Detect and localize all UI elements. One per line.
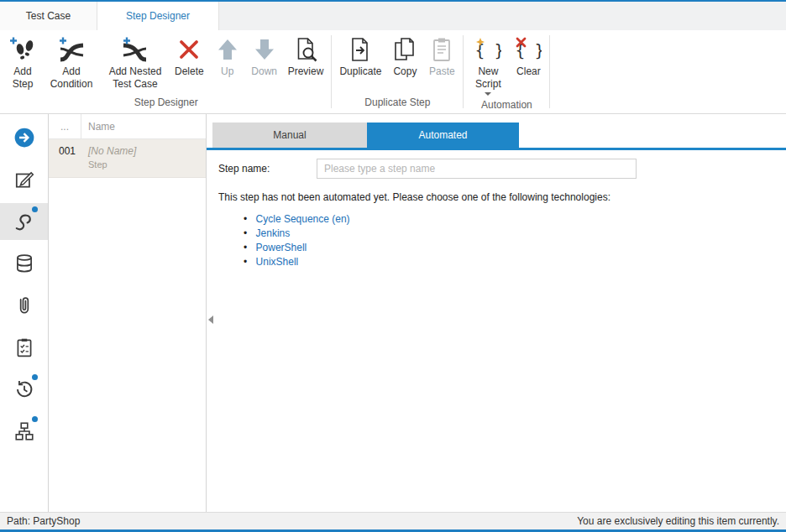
delete-button[interactable]: Delete	[170, 34, 209, 80]
tech-link-powershell[interactable]: PowerShell	[256, 242, 307, 253]
new-script-dropdown-caret[interactable]	[485, 92, 491, 96]
notification-dot	[32, 416, 38, 422]
clear-icon: { }	[515, 36, 542, 63]
svg-text:{ }: { }	[475, 41, 501, 60]
duplicate-button[interactable]: Duplicate	[334, 34, 386, 80]
add-nested-test-case-icon	[122, 36, 149, 63]
ribbon-group-automation: { } New Script { } Clear	[464, 30, 548, 113]
list-item: Jenkins	[244, 227, 786, 241]
sitemap-icon	[13, 420, 35, 442]
ribbon-separator	[549, 35, 550, 108]
database-icon	[13, 253, 35, 274]
duplicate-icon	[347, 36, 374, 63]
tab-accent-underline	[207, 148, 786, 150]
ribbon: Add Step Add Condition	[0, 30, 786, 114]
sidebar-item-steps[interactable]	[0, 203, 48, 240]
collapse-panel-arrow[interactable]	[208, 316, 213, 324]
sidebar-item-attachments[interactable]	[0, 287, 48, 324]
preview-icon	[292, 36, 319, 63]
sidebar-item-history[interactable]	[0, 371, 48, 408]
add-step-icon	[9, 36, 36, 63]
arrow-circle-icon	[13, 127, 35, 149]
history-icon	[13, 378, 35, 400]
new-script-icon: { }	[474, 36, 501, 63]
add-step-button[interactable]: Add Step	[3, 34, 42, 92]
ribbon-group-step-designer: Add Step Add Condition	[2, 30, 330, 113]
technology-link-list: Cycle Sequence (en) Jenkins PowerShell U…	[244, 212, 786, 269]
sidebar	[0, 114, 49, 512]
status-editing-message: You are exclusively editing this item cu…	[577, 515, 779, 527]
tech-link-jenkins[interactable]: Jenkins	[256, 227, 291, 239]
checklist-icon	[13, 336, 35, 358]
step-list-panel: ... Name 001 [No Name] Step	[49, 114, 207, 512]
list-item: PowerShell	[244, 241, 786, 255]
app-window: Test Case Step Designer	[0, 0, 786, 532]
tab-test-case[interactable]: Test Case	[0, 2, 97, 30]
column-header-name: Name	[81, 121, 115, 133]
paste-icon	[428, 36, 455, 63]
edit-icon	[13, 169, 35, 190]
sidebar-item-data[interactable]	[0, 245, 48, 282]
paperclip-icon	[13, 295, 35, 316]
tab-automated[interactable]: Automated	[367, 123, 519, 148]
status-bar: Path: PartyShop You are exclusively edit…	[0, 512, 786, 532]
notification-dot	[32, 206, 38, 212]
ribbon-separator	[463, 35, 464, 108]
step-number: 001	[49, 139, 81, 177]
column-header-number: ...	[49, 114, 81, 138]
sidebar-item-checklist[interactable]	[0, 329, 48, 366]
automation-message: This step has not been automated yet. Pl…	[218, 191, 786, 203]
delete-icon	[176, 36, 202, 63]
add-nested-test-case-button[interactable]: Add Nested Test Case	[101, 34, 170, 92]
copy-button[interactable]: Copy	[386, 34, 423, 80]
list-item: Cycle Sequence (en)	[244, 212, 786, 227]
down-arrow-icon	[251, 36, 278, 63]
up-button[interactable]: Up	[209, 34, 246, 80]
copy-icon	[391, 36, 418, 63]
preview-button[interactable]: Preview	[283, 34, 329, 80]
step-name-label: Step name:	[218, 163, 317, 175]
ribbon-group-label: Step Designer	[2, 95, 330, 113]
tab-step-designer[interactable]: Step Designer	[97, 2, 219, 30]
down-button[interactable]: Down	[246, 34, 283, 80]
tab-manual[interactable]: Manual	[212, 123, 367, 148]
ribbon-group-label: Automation	[464, 97, 548, 116]
new-script-button[interactable]: { } New Script	[466, 34, 510, 97]
sidebar-item-hierarchy[interactable]	[0, 413, 48, 450]
step-name: [No Name]	[88, 145, 136, 157]
step-row[interactable]: 001 [No Name] Step	[49, 139, 206, 178]
detail-panel: Manual Automated Step name: This step ha…	[207, 114, 786, 512]
ribbon-separator	[331, 35, 332, 108]
step-list-header: ... Name	[49, 114, 206, 139]
sidebar-item-navigate[interactable]	[0, 119, 48, 156]
up-arrow-icon	[214, 36, 241, 63]
tech-link-unixshell[interactable]: UnixShell	[256, 256, 299, 268]
step-name-input[interactable]	[317, 159, 637, 179]
paste-button[interactable]: Paste	[423, 34, 460, 80]
clear-button[interactable]: { } Clear	[510, 34, 547, 80]
steps-icon	[13, 211, 35, 232]
add-condition-icon	[58, 36, 85, 63]
list-item: UnixShell	[244, 255, 786, 269]
ribbon-group-label: Duplicate Step	[333, 95, 462, 113]
main-body: ... Name 001 [No Name] Step Manual Autom…	[0, 114, 786, 512]
notification-dot	[32, 374, 38, 380]
add-condition-button[interactable]: Add Condition	[42, 34, 101, 92]
window-tab-strip: Test Case Step Designer	[0, 2, 786, 30]
sidebar-item-edit[interactable]	[0, 161, 48, 198]
ribbon-group-duplicate-step: Duplicate Copy	[333, 30, 462, 113]
status-path: Path: PartyShop	[7, 515, 80, 527]
tech-link-cycle-sequence[interactable]: Cycle Sequence (en)	[256, 213, 350, 225]
detail-tab-bar: Manual Automated	[207, 123, 786, 148]
step-type: Step	[88, 159, 136, 170]
